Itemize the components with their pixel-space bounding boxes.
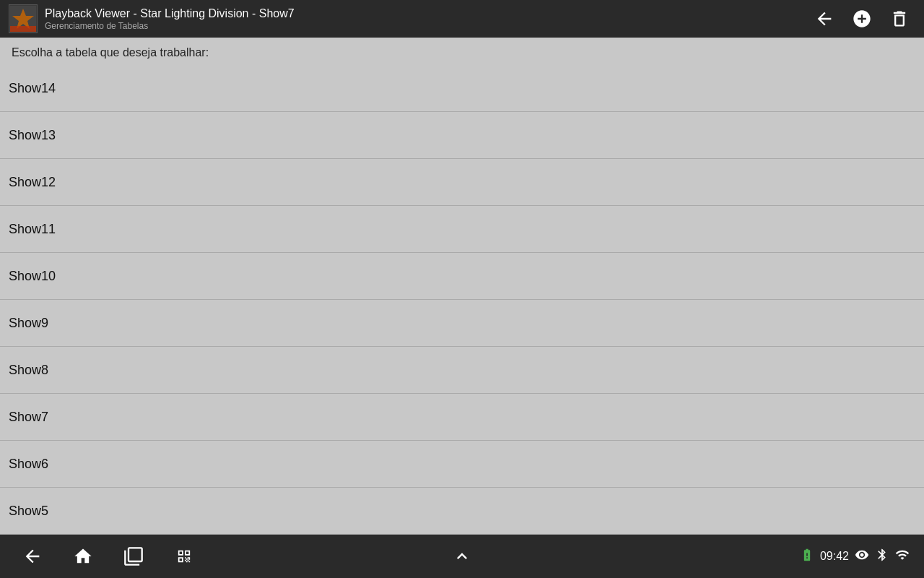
list-item[interactable]: Show5 — [0, 488, 924, 535]
bottom-bar: 09:42 — [0, 535, 924, 578]
show-item-label: Show8 — [9, 363, 48, 378]
show-list: Show14Show13Show12Show11Show10Show9Show8… — [0, 65, 924, 535]
show-item-label: Show7 — [9, 410, 48, 425]
list-item[interactable]: Show7 — [0, 394, 924, 441]
app-subtitle: Gerenciamento de Tabelas — [45, 21, 808, 31]
title-block: Playback Viewer - Star Lighting Division… — [45, 7, 808, 32]
show-item-label: Show6 — [9, 457, 48, 472]
svg-rect-2 — [10, 26, 36, 32]
battery-icon — [800, 548, 814, 565]
bottom-left-nav — [14, 538, 202, 574]
instructions: Escolha a tabela que deseja trabalhar: — [0, 38, 924, 65]
show-label: Show7 — [259, 7, 295, 20]
show-item-label: Show10 — [9, 269, 56, 284]
time-display: 09:42 — [820, 550, 849, 563]
list-item[interactable]: Show11 — [0, 206, 924, 253]
show-item-label: Show9 — [9, 316, 48, 331]
list-item[interactable]: Show13 — [0, 112, 924, 159]
list-item[interactable]: Show10 — [0, 253, 924, 300]
back-button[interactable] — [808, 3, 840, 35]
delete-button[interactable] — [884, 3, 915, 35]
app-title-text: Playback Viewer - Star Lighting Division — [45, 7, 249, 20]
show-item-label: Show12 — [9, 175, 56, 190]
list-item[interactable]: Show14 — [0, 65, 924, 112]
show-item-label: Show11 — [9, 222, 56, 237]
app-logo — [9, 4, 38, 33]
main-content: Escolha a tabela que deseja trabalhar: S… — [0, 38, 924, 535]
list-item[interactable]: Show8 — [0, 347, 924, 394]
bottom-center-nav — [444, 538, 480, 574]
list-item[interactable]: Show6 — [0, 441, 924, 488]
list-item[interactable]: Show12 — [0, 159, 924, 206]
nav-qr-button[interactable] — [166, 538, 202, 574]
nav-up-button[interactable] — [444, 538, 480, 574]
show-item-label: Show13 — [9, 128, 56, 143]
signal-icon — [895, 548, 910, 565]
nav-recents-button[interactable] — [116, 538, 152, 574]
show-item-label: Show5 — [9, 504, 48, 519]
nav-home-button[interactable] — [65, 538, 101, 574]
bluetooth-icon — [875, 548, 889, 565]
visibility-icon — [855, 548, 869, 565]
show-item-label: Show14 — [9, 81, 56, 96]
app-title: Playback Viewer - Star Lighting Division… — [45, 7, 808, 22]
status-right: 09:42 — [800, 548, 910, 565]
separator: - — [252, 7, 259, 20]
top-bar: Playback Viewer - Star Lighting Division… — [0, 0, 924, 38]
nav-back-button[interactable] — [14, 538, 51, 574]
add-button[interactable] — [846, 3, 878, 35]
top-actions — [808, 3, 915, 35]
list-item[interactable]: Show9 — [0, 300, 924, 347]
